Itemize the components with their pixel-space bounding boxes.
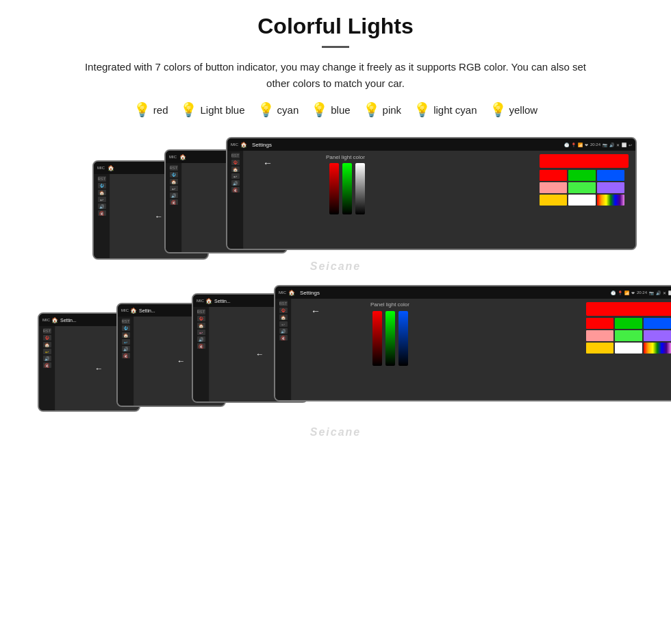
fd-home-b3: 🏠 <box>197 323 205 328</box>
fd-pwr-1: ⏻ <box>98 183 106 188</box>
color-label-pink: pink <box>383 104 402 116</box>
fd-vol-b4: 🔊 <box>279 328 288 334</box>
fd-main-3: ← Panel light color <box>244 151 635 249</box>
fd-header-b4: MIC 🏠 Settings 🕐📍📶❤20:24 📷🔊✕⬜↩ <box>275 286 671 299</box>
color-label-red: red <box>153 104 168 116</box>
fd-sidebar-b1: RST ⏻ 🏠 ↩ 🔊 🔇 <box>39 326 55 410</box>
top-device-3: MIC 🏠 Settings 🕐📍📶❤20:24 📷🔊✕⬜↩ RST ⏻ 🏠 ↩… <box>226 137 637 250</box>
fd-back-b2: ↩ <box>122 339 130 345</box>
fd-sidebar-b4: RST ⏻ 🏠 ↩ 🔊 🔇 <box>275 299 292 400</box>
fd-back-2: ↩ <box>170 186 178 191</box>
color-label-lightcyan: light cyan <box>433 104 477 116</box>
fd-rst-3: RST <box>231 153 240 158</box>
watermark-bottom: Seicane <box>310 426 361 438</box>
color-item-lightcyan: 💡 light cyan <box>414 101 477 118</box>
fd-body-b4: RST ⏻ 🏠 ↩ 🔊 🔇 ← Panel light color <box>275 299 671 400</box>
bottom-device-group: MIC 🏠 Settin... RST ⏻ 🏠 ↩ 🔊 🔇 ← <box>27 284 644 441</box>
fd-vol-1: 🔊 <box>98 203 106 209</box>
watermark-top: Seicane <box>310 260 361 273</box>
fd-vol-b2: 🔊 <box>122 346 130 351</box>
fd-pwr-b2: ⏻ <box>122 325 130 331</box>
fd-back-b4: ↩ <box>279 321 288 327</box>
fd-vol-b3: 🔊 <box>197 336 205 342</box>
color-item-cyan: 💡 cyan <box>257 101 299 118</box>
fd-rst-1: RST <box>98 176 106 182</box>
fd-mute-b4: 🔇 <box>279 335 288 340</box>
fd-mute-2: 🔇 <box>170 199 178 205</box>
fd-sidebar-3: RST ⏻ 🏠 ↩ 🔊 🔇 <box>227 151 244 249</box>
yellow-bulb-icon: 💡 <box>490 101 507 118</box>
color-item-yellow: 💡 yellow <box>490 101 538 118</box>
bottom-device-4: MIC 🏠 Settings 🕐📍📶❤20:24 📷🔊✕⬜↩ RST ⏻ 🏠 ↩… <box>274 285 671 401</box>
fd-back-3: ↩ <box>231 173 240 179</box>
fd-home-b1: 🏠 <box>43 342 51 347</box>
fd-header-3: MIC 🏠 Settings 🕐📍📶❤20:24 📷🔊✕⬜↩ <box>227 138 635 151</box>
fd-vol-b1: 🔊 <box>43 356 51 361</box>
fd-pwr-b3: ⏻ <box>197 316 205 321</box>
fd-sidebar-b2: RST ⏻ 🏠 ↩ 🔊 🔇 <box>118 317 134 406</box>
fd-vol-2: 🔊 <box>170 193 178 198</box>
color-item-blue: 💡 blue <box>311 101 350 118</box>
color-label-lightblue: Light blue <box>200 104 244 116</box>
fd-home-3: 🏠 <box>231 166 240 172</box>
fd-back-b1: ↩ <box>43 349 51 354</box>
fd-home-b2: 🏠 <box>122 332 130 338</box>
fd-back-1: ↩ <box>98 197 106 202</box>
fd-mute-b2: 🔇 <box>122 353 130 358</box>
fd-pwr-2: ⏻ <box>170 172 178 177</box>
fd-rst-b4: RST <box>279 301 288 306</box>
pink-bulb-icon: 💡 <box>363 101 380 118</box>
fd-home-1: 🏠 <box>98 190 106 195</box>
fd-rst-b3: RST <box>197 309 205 314</box>
red-bulb-icon: 💡 <box>134 101 151 118</box>
color-item-pink: 💡 pink <box>363 101 402 118</box>
fd-rst-2: RST <box>170 165 178 171</box>
color-item-lightblue: 💡 Light blue <box>180 101 244 118</box>
fd-rst-b1: RST <box>43 328 51 334</box>
fd-pwr-3: ⏻ <box>231 160 240 165</box>
color-item-red: 💡 red <box>134 101 168 118</box>
lightblue-bulb-icon: 💡 <box>180 101 197 118</box>
page-container: Colorful Lights Integrated with 7 colors… <box>0 0 671 644</box>
fd-sidebar-1: RST ⏻ 🏠 ↩ 🔊 🔇 <box>94 174 110 258</box>
blue-bulb-icon: 💡 <box>311 101 328 118</box>
fd-home-2: 🏠 <box>170 179 178 184</box>
fd-pwr-b1: ⏻ <box>43 335 51 340</box>
fd-main-b4: ← Panel light color <box>292 299 671 400</box>
fd-back-b3: ↩ <box>197 330 205 335</box>
color-legend: 💡 red 💡 Light blue 💡 cyan 💡 blue 💡 pink … <box>134 101 537 118</box>
fd-body-3: RST ⏻ 🏠 ↩ 🔊 🔇 ← Panel light color <box>227 151 635 249</box>
fd-home-b4: 🏠 <box>279 314 288 320</box>
lightcyan-bulb-icon: 💡 <box>414 101 431 118</box>
title-divider <box>322 46 349 48</box>
fd-mute-b1: 🔇 <box>43 362 51 368</box>
top-device-group: MIC 🏠 RST ⏻ 🏠 ↩ 🔊 🔇 ← MIC <box>27 132 644 275</box>
fd-mute-1: 🔇 <box>98 210 106 216</box>
page-description: Integrated with 7 colors of button indic… <box>75 59 596 92</box>
fd-rst-b2: RST <box>122 319 130 324</box>
color-label-blue: blue <box>331 104 350 116</box>
fd-sidebar-b3: RST ⏻ 🏠 ↩ 🔊 🔇 <box>193 307 210 401</box>
fd-mute-3: 🔇 <box>231 187 240 193</box>
page-title: Colorful Lights <box>257 14 414 39</box>
color-label-cyan: cyan <box>277 104 299 116</box>
cyan-bulb-icon: 💡 <box>257 101 275 118</box>
color-label-yellow: yellow <box>509 104 538 116</box>
fd-sidebar-2: RST ⏻ 🏠 ↩ 🔊 🔇 <box>166 163 182 252</box>
fd-vol-3: 🔊 <box>231 180 240 186</box>
fd-mute-b3: 🔇 <box>197 343 205 349</box>
fd-pwr-b4: ⏻ <box>279 308 288 313</box>
